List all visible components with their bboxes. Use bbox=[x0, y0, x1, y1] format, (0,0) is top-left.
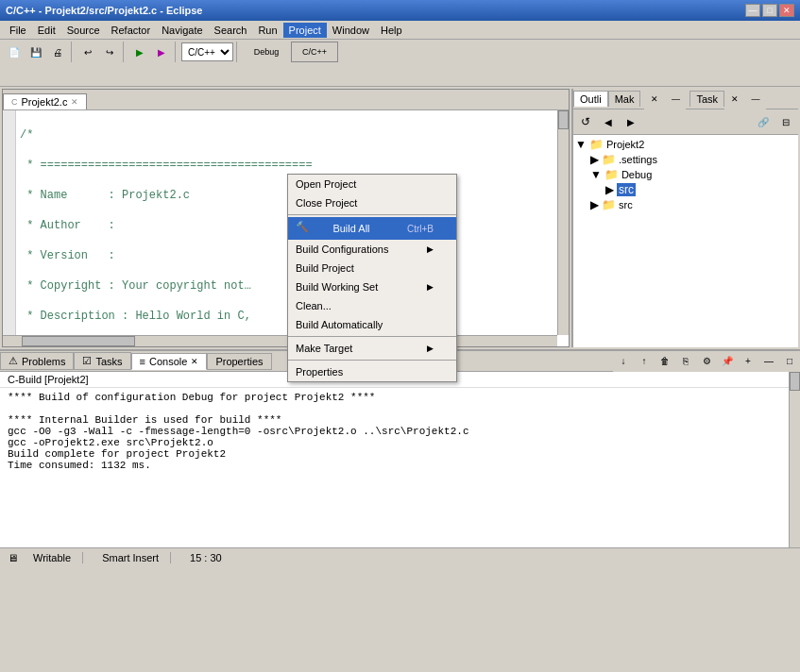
hide-fields-button[interactable]: ⊟ bbox=[775, 111, 796, 132]
link-editor-button[interactable]: 🔗 bbox=[753, 111, 774, 132]
refresh-outline-button[interactable]: ↺ bbox=[575, 111, 596, 132]
debug-perspective-button[interactable]: Debug bbox=[243, 42, 290, 62]
submenu-arrow-3: ▶ bbox=[427, 344, 434, 353]
collapse-all-button[interactable]: ◀ bbox=[598, 111, 619, 132]
menu-navigate[interactable]: Navigate bbox=[156, 23, 208, 38]
menu-source[interactable]: Source bbox=[61, 23, 106, 38]
menu-project[interactable]: Project bbox=[283, 23, 327, 38]
toolbar-sep-4 bbox=[236, 42, 240, 62]
menu-clean[interactable]: Clean... bbox=[288, 296, 456, 315]
menu-build-automatically[interactable]: Build Automatically bbox=[288, 315, 456, 334]
editor-tab-label: Projekt2.c bbox=[22, 96, 68, 108]
undo-button[interactable]: ↩ bbox=[77, 42, 98, 62]
tree-debug-label: Debug bbox=[621, 169, 652, 180]
menu-sep-3 bbox=[288, 360, 456, 361]
tab-console[interactable]: ≡ Console ✕ bbox=[131, 353, 208, 370]
menu-build-project[interactable]: Build Project bbox=[288, 259, 456, 277]
window-controls[interactable]: — □ ✕ bbox=[745, 4, 794, 17]
menu-help[interactable]: Help bbox=[375, 23, 408, 38]
open-project-label: Open Project bbox=[296, 178, 356, 190]
right-panel: Outli Mak ✕ — Task ✕ — ↺ ◀ ▶ 🔗 ⊟ ▼ 📁 Pro… bbox=[571, 89, 798, 347]
console-content[interactable]: **** Build of configuration Debug for pr… bbox=[0, 388, 789, 547]
run-button[interactable]: ▶ bbox=[129, 42, 150, 62]
clear-console-button[interactable]: 🗑 bbox=[655, 351, 675, 372]
tab-outline[interactable]: Outli bbox=[573, 91, 608, 107]
file-type-icon: C bbox=[11, 97, 18, 107]
menu-run[interactable]: Run bbox=[252, 23, 282, 38]
tab-problems[interactable]: ⚠ Problems bbox=[0, 352, 74, 370]
problems-icon: ⚠ bbox=[9, 355, 18, 367]
scroll-up-button[interactable]: ↑ bbox=[634, 351, 655, 372]
redo-button[interactable]: ↪ bbox=[99, 42, 120, 62]
editor-tab-projekt2[interactable]: C Projekt2.c ✕ bbox=[3, 93, 87, 109]
menu-file[interactable]: File bbox=[4, 23, 32, 38]
tree-debug[interactable]: ▼ 📁 Debug bbox=[575, 167, 796, 182]
folder-icon: 📁 bbox=[589, 138, 604, 151]
menu-build-working-set[interactable]: Build Working Set ▶ bbox=[288, 277, 456, 296]
toolbar-sep-3 bbox=[175, 42, 179, 62]
submenu-arrow-1: ▶ bbox=[427, 244, 434, 254]
save-button[interactable]: 💾 bbox=[26, 42, 46, 62]
tab-properties[interactable]: Properties bbox=[207, 353, 271, 370]
pin-console-button[interactable]: 📌 bbox=[717, 351, 738, 372]
menu-close-project[interactable]: Close Project bbox=[288, 193, 456, 212]
tree-settings[interactable]: ▶ 📁 .settings bbox=[575, 152, 796, 167]
tab-tasks[interactable]: ☑ Tasks bbox=[74, 352, 130, 370]
new-button[interactable]: 📄 bbox=[4, 42, 25, 62]
menu-search[interactable]: Search bbox=[209, 23, 253, 38]
status-position: 15 : 30 bbox=[190, 552, 222, 563]
build-auto-label: Build Automatically bbox=[296, 319, 383, 330]
minimize-button[interactable]: — bbox=[745, 4, 760, 17]
console-options[interactable]: ⚙ bbox=[696, 351, 717, 372]
perspective-combo[interactable]: C/C++ bbox=[181, 42, 233, 61]
close-tab-icon[interactable]: ✕ bbox=[71, 97, 78, 107]
editor-pane: C Projekt2.c ✕ /* * ====================… bbox=[2, 89, 570, 347]
tasks-icon: ☑ bbox=[82, 355, 92, 367]
close-right-panel[interactable]: ✕ bbox=[644, 89, 665, 109]
tab-make[interactable]: Mak bbox=[608, 91, 641, 107]
menu-edit[interactable]: Edit bbox=[32, 23, 61, 38]
minimize-bottom[interactable]: — bbox=[758, 351, 779, 372]
tree-debug-src[interactable]: ▶ src bbox=[575, 182, 796, 197]
menu-window[interactable]: Window bbox=[327, 23, 375, 38]
dropdown-menu: Open Project Close Project 🔨 Build All C… bbox=[287, 174, 457, 382]
status-icon: 🖥 bbox=[8, 552, 18, 563]
menu-refactor[interactable]: Refactor bbox=[106, 23, 157, 38]
editor-scrollbar-horizontal[interactable] bbox=[3, 335, 557, 346]
project-tree[interactable]: ▼ 📁 Projekt2 ▶ 📁 .settings ▼ 📁 Debug ▶ s… bbox=[573, 135, 798, 347]
maximize-button[interactable]: □ bbox=[762, 4, 777, 17]
editor-content[interactable]: /* * ===================================… bbox=[3, 110, 569, 346]
copy-console-button[interactable]: ⎘ bbox=[675, 351, 696, 372]
menu-properties[interactable]: Properties bbox=[288, 362, 456, 381]
close-console-icon[interactable]: ✕ bbox=[191, 357, 198, 366]
close-button[interactable]: ✕ bbox=[779, 4, 794, 17]
menu-build-all[interactable]: 🔨 Build All Ctrl+B bbox=[288, 217, 456, 240]
build-all-icon: 🔨 bbox=[296, 221, 311, 236]
menu-open-project[interactable]: Open Project bbox=[288, 175, 456, 193]
toolbar-row-1: 📄 💾 🖨 ↩ ↪ ▶ ▶ C/C++ Debug C/C++ bbox=[4, 42, 796, 62]
status-bar: 🖥 Writable Smart Insert 15 : 30 bbox=[0, 547, 800, 566]
new-console-button[interactable]: + bbox=[738, 351, 758, 372]
console-scrollbar-vertical[interactable] bbox=[789, 372, 800, 547]
maximize-bottom[interactable]: □ bbox=[779, 351, 800, 372]
close-task-panel[interactable]: ✕ bbox=[724, 89, 745, 109]
debug-run-button[interactable]: ▶ bbox=[151, 42, 172, 62]
menu-build-configurations[interactable]: Build Configurations ▶ bbox=[288, 240, 456, 259]
tab-task[interactable]: Task bbox=[689, 91, 724, 107]
min-task-panel[interactable]: — bbox=[745, 89, 766, 109]
console-panel: C-Build [Projekt2] **** Build of configu… bbox=[0, 372, 789, 547]
cpp-perspective-button[interactable]: C/C++ bbox=[291, 42, 338, 62]
console-line-4: gcc -oProjekt2.exe src\Projekt2.o bbox=[8, 437, 781, 448]
expand-all-button[interactable]: ▶ bbox=[621, 111, 641, 132]
tree-expand-src: ▶ bbox=[605, 183, 614, 196]
menu-make-target[interactable]: Make Target ▶ bbox=[288, 339, 456, 358]
editor-scrollbar-vertical[interactable] bbox=[557, 110, 569, 335]
tree-root[interactable]: ▼ 📁 Projekt2 bbox=[575, 137, 796, 152]
tree-src[interactable]: ▶ 📁 src bbox=[575, 197, 796, 212]
settings-folder-icon: 📁 bbox=[602, 153, 616, 166]
print-button[interactable]: 🖨 bbox=[47, 42, 68, 62]
clean-label: Clean... bbox=[296, 300, 332, 311]
scroll-down-button[interactable]: ↓ bbox=[613, 351, 634, 372]
min-right-panel[interactable]: — bbox=[665, 89, 686, 109]
build-project-label: Build Project bbox=[296, 262, 354, 274]
